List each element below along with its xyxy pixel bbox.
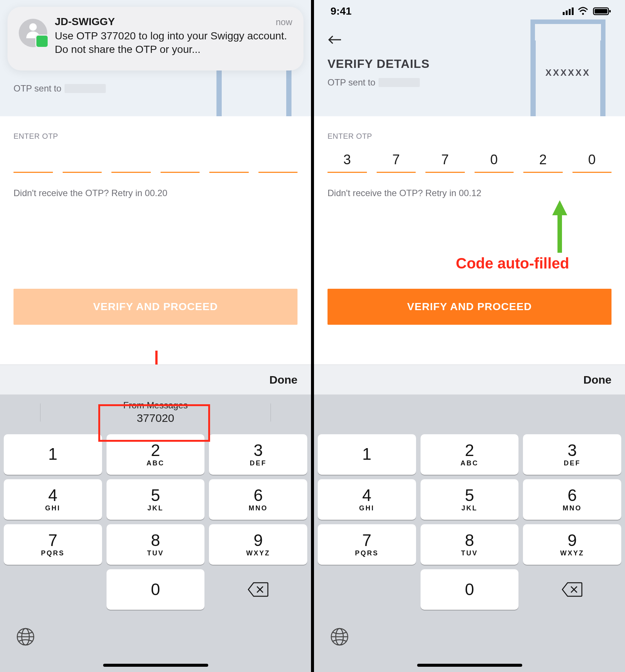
svg-marker-26 [552, 200, 567, 253]
numeric-keypad: 1 2ABC 3DEF 4GHI 5JKL 6MNO 7PQRS 8TUV 9W… [314, 430, 625, 616]
annotation-red-box [98, 404, 210, 442]
svg-rect-18 [595, 9, 607, 14]
keyboard: Done From Messages 377020 1 2ABC 3DEF 4G… [0, 364, 311, 672]
enter-otp-label: ENTER OTP [328, 132, 625, 141]
sms-notification[interactable]: JD-SWIGGY now Use OTP 377020 to log into… [8, 7, 303, 70]
header-area: 9:41 VERIFY DETAILS OTP sent to XXXXXX [314, 0, 625, 116]
home-indicator[interactable] [103, 664, 208, 667]
otp-digit-3[interactable]: 7 [425, 147, 465, 173]
key-9[interactable]: 9WXYZ [209, 524, 307, 565]
key-3[interactable]: 3DEF [523, 434, 621, 475]
home-indicator[interactable] [417, 664, 522, 667]
svg-rect-12 [563, 12, 565, 15]
key-backspace[interactable] [523, 569, 621, 610]
svg-rect-14 [569, 9, 571, 15]
suggestion-separator [270, 404, 271, 422]
key-8[interactable]: 8TUV [107, 524, 205, 565]
page-title: VERIFY DETAILS [328, 57, 430, 71]
keyboard-done-button[interactable]: Done [583, 374, 611, 386]
numeric-keypad: 1 2ABC 3DEF 4GHI 5JKL 6MNO 7PQRS 8TUV 9W… [0, 430, 311, 616]
key-5[interactable]: 5JKL [107, 479, 205, 520]
key-5[interactable]: 5JKL [421, 479, 519, 520]
back-arrow-icon [328, 34, 343, 45]
globe-icon[interactable] [330, 627, 349, 648]
notification-sender: JD-SWIGGY [55, 16, 115, 28]
phone-illustration: XXXXXX [519, 20, 613, 116]
otp-digit-2[interactable]: 7 [377, 147, 416, 173]
key-4[interactable]: 4GHI [318, 479, 416, 520]
otp-digit-6[interactable]: 0 [572, 147, 612, 173]
key-0[interactable]: 0 [421, 569, 519, 610]
key-0[interactable]: 0 [107, 569, 205, 610]
otp-digit-5[interactable] [209, 147, 249, 173]
pane-divider [311, 0, 314, 672]
otp-digit-1[interactable]: 3 [328, 147, 367, 173]
otp-digit-1[interactable] [14, 147, 53, 173]
keyboard: Done 1 2ABC 3DEF 4GHI 5JKL 6MNO 7PQRS 8T… [314, 364, 625, 672]
notification-time: now [276, 17, 292, 27]
key-7[interactable]: 7PQRS [4, 524, 102, 565]
back-button[interactable] [325, 32, 346, 50]
contact-avatar-icon [19, 19, 47, 47]
keyboard-bottom-bar [0, 616, 311, 672]
key-2[interactable]: 2ABC [421, 434, 519, 475]
keyboard-done-button[interactable]: Done [269, 374, 297, 386]
svg-rect-24 [600, 40, 605, 116]
svg-point-16 [582, 13, 584, 15]
verify-proceed-button[interactable]: VERIFY AND PROCEED [14, 289, 297, 325]
status-time: 9:41 [331, 5, 352, 17]
otp-sent-label: OTP sent to [14, 83, 62, 94]
keyboard-bottom-bar [314, 616, 625, 672]
key-6[interactable]: 6MNO [523, 479, 621, 520]
svg-point-4 [29, 23, 37, 31]
suggestion-separator [40, 404, 41, 422]
otp-input-row [0, 147, 311, 173]
key-backspace[interactable] [209, 569, 307, 610]
globe-icon[interactable] [16, 627, 35, 648]
left-screenshot: OTP sent to JD-SWIGGY now Use OTP 377020… [0, 0, 311, 672]
verify-proceed-button[interactable]: VERIFY AND PROCEED [328, 289, 611, 325]
key-blank [4, 569, 102, 610]
key-4[interactable]: 4GHI [4, 479, 102, 520]
key-1[interactable]: 1 [318, 434, 416, 475]
svg-rect-23 [530, 40, 536, 116]
key-blank [318, 569, 416, 610]
otp-digit-4[interactable] [161, 147, 200, 173]
status-icons [563, 7, 611, 16]
svg-text:XXXXXX: XXXXXX [545, 68, 590, 78]
backspace-icon [248, 582, 269, 597]
otp-digit-6[interactable] [258, 147, 298, 173]
svg-rect-13 [566, 10, 568, 15]
key-6[interactable]: 6MNO [209, 479, 307, 520]
keyboard-suggestion-row [314, 394, 625, 430]
otp-digit-2[interactable] [63, 147, 102, 173]
annotation-green-arrow [548, 200, 571, 253]
right-screenshot: 9:41 VERIFY DETAILS OTP sent to XXXXXX [314, 0, 625, 672]
key-3[interactable]: 3DEF [209, 434, 307, 475]
phone-redacted [379, 78, 420, 87]
status-bar: 9:41 [314, 0, 625, 22]
otp-digit-3[interactable] [111, 147, 151, 173]
key-9[interactable]: 9WXYZ [523, 524, 621, 565]
key-7[interactable]: 7PQRS [318, 524, 416, 565]
svg-rect-15 [572, 8, 574, 15]
key-8[interactable]: 8TUV [421, 524, 519, 565]
otp-digit-4[interactable]: 0 [475, 147, 514, 173]
annotation-text: Code auto-filled [456, 255, 569, 272]
svg-rect-19 [609, 10, 611, 12]
retry-text: Didn't receive the OTP? Retry in 00.12 [328, 188, 625, 198]
retry-text: Didn't receive the OTP? Retry in 00.20 [14, 188, 311, 198]
svg-rect-22 [535, 24, 601, 40]
enter-otp-label: ENTER OTP [14, 132, 311, 141]
notification-message: Use OTP 377020 to log into your Swiggy a… [55, 29, 292, 57]
keyboard-toolbar: Done [0, 364, 311, 394]
backspace-icon [562, 582, 583, 597]
keyboard-toolbar: Done [314, 364, 625, 394]
key-1[interactable]: 1 [4, 434, 102, 475]
otp-input-row: 3 7 7 0 2 0 [314, 147, 625, 173]
otp-sent-label: OTP sent to [328, 77, 376, 88]
otp-digit-5[interactable]: 2 [523, 147, 563, 173]
phone-redacted [65, 84, 106, 93]
